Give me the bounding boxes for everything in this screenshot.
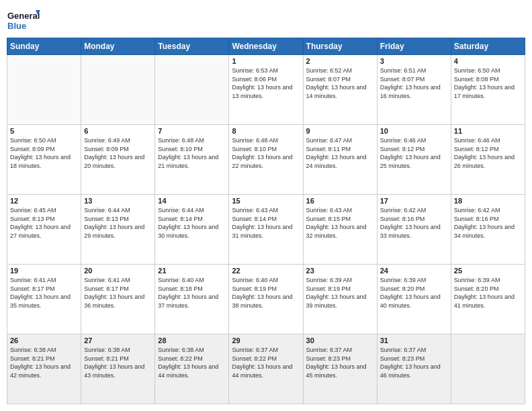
day-number: 21 — [158, 267, 226, 275]
calendar-cell: 18Sunrise: 6:42 AM Sunset: 8:16 PM Dayli… — [451, 195, 525, 265]
calendar-week-1: 1Sunrise: 6:53 AM Sunset: 8:06 PM Daylig… — [7, 55, 525, 125]
day-number: 9 — [306, 127, 374, 135]
calendar-cell: 27Sunrise: 6:38 AM Sunset: 8:21 PM Dayli… — [81, 334, 155, 404]
calendar-week-4: 19Sunrise: 6:41 AM Sunset: 8:17 PM Dayli… — [7, 265, 525, 334]
calendar-cell: 28Sunrise: 6:38 AM Sunset: 8:22 PM Dayli… — [155, 334, 229, 404]
day-number: 7 — [158, 127, 226, 135]
day-number: 13 — [84, 197, 152, 205]
column-header-saturday: Saturday — [451, 38, 525, 55]
logo: General Blue — [7, 7, 40, 34]
day-info: Sunrise: 6:44 AM Sunset: 8:13 PM Dayligh… — [84, 206, 152, 240]
day-number: 18 — [454, 197, 522, 205]
day-info: Sunrise: 6:44 AM Sunset: 8:14 PM Dayligh… — [158, 206, 226, 240]
calendar-cell: 29Sunrise: 6:37 AM Sunset: 8:22 PM Dayli… — [229, 334, 303, 404]
day-number: 12 — [10, 197, 78, 205]
calendar-cell: 14Sunrise: 6:44 AM Sunset: 8:14 PM Dayli… — [155, 195, 229, 265]
day-number: 19 — [10, 267, 78, 275]
day-info: Sunrise: 6:37 AM Sunset: 8:23 PM Dayligh… — [306, 346, 374, 379]
calendar-header-row: SundayMondayTuesdayWednesdayThursdayFrid… — [7, 38, 525, 55]
day-number: 30 — [306, 336, 374, 345]
day-number: 5 — [10, 127, 78, 135]
calendar-cell: 24Sunrise: 6:39 AM Sunset: 8:20 PM Dayli… — [377, 265, 451, 334]
day-info: Sunrise: 6:43 AM Sunset: 8:15 PM Dayligh… — [306, 206, 374, 240]
calendar-cell: 15Sunrise: 6:43 AM Sunset: 8:14 PM Dayli… — [229, 195, 303, 265]
day-number: 29 — [232, 336, 300, 345]
calendar-cell: 21Sunrise: 6:40 AM Sunset: 8:18 PM Dayli… — [155, 265, 229, 334]
calendar-cell — [81, 55, 155, 125]
day-number: 16 — [306, 197, 374, 205]
day-info: Sunrise: 6:42 AM Sunset: 8:16 PM Dayligh… — [454, 206, 522, 240]
calendar-cell: 26Sunrise: 6:38 AM Sunset: 8:21 PM Dayli… — [7, 334, 81, 404]
day-number: 22 — [232, 267, 300, 275]
day-info: Sunrise: 6:48 AM Sunset: 8:10 PM Dayligh… — [232, 136, 300, 170]
day-info: Sunrise: 6:49 AM Sunset: 8:09 PM Dayligh… — [84, 136, 152, 170]
calendar-cell: 2Sunrise: 6:52 AM Sunset: 8:07 PM Daylig… — [303, 55, 377, 125]
day-number: 23 — [306, 267, 374, 275]
day-info: Sunrise: 6:53 AM Sunset: 8:06 PM Dayligh… — [232, 66, 300, 100]
calendar-cell: 31Sunrise: 6:37 AM Sunset: 8:23 PM Dayli… — [377, 334, 451, 404]
calendar: SundayMondayTuesdayWednesdayThursdayFrid… — [7, 38, 525, 404]
calendar-cell: 8Sunrise: 6:48 AM Sunset: 8:10 PM Daylig… — [229, 125, 303, 195]
calendar-cell: 13Sunrise: 6:44 AM Sunset: 8:13 PM Dayli… — [81, 195, 155, 265]
column-header-wednesday: Wednesday — [229, 38, 303, 55]
day-number: 2 — [306, 57, 374, 65]
day-info: Sunrise: 6:40 AM Sunset: 8:19 PM Dayligh… — [232, 276, 300, 310]
day-info: Sunrise: 6:41 AM Sunset: 8:17 PM Dayligh… — [84, 276, 152, 310]
day-info: Sunrise: 6:48 AM Sunset: 8:10 PM Dayligh… — [158, 136, 226, 170]
day-number: 14 — [158, 197, 226, 205]
header: General Blue — [7, 7, 525, 34]
day-info: Sunrise: 6:46 AM Sunset: 8:12 PM Dayligh… — [380, 136, 448, 170]
day-info: Sunrise: 6:41 AM Sunset: 8:17 PM Dayligh… — [10, 276, 78, 310]
day-info: Sunrise: 6:39 AM Sunset: 8:19 PM Dayligh… — [306, 276, 374, 310]
day-number: 27 — [84, 336, 152, 345]
calendar-cell: 6Sunrise: 6:49 AM Sunset: 8:09 PM Daylig… — [81, 125, 155, 195]
day-number: 11 — [454, 127, 522, 135]
calendar-cell: 17Sunrise: 6:42 AM Sunset: 8:16 PM Dayli… — [377, 195, 451, 265]
calendar-cell: 25Sunrise: 6:39 AM Sunset: 8:20 PM Dayli… — [451, 265, 525, 334]
day-number: 26 — [10, 336, 78, 345]
calendar-cell: 4Sunrise: 6:50 AM Sunset: 8:08 PM Daylig… — [451, 55, 525, 125]
calendar-week-3: 12Sunrise: 6:45 AM Sunset: 8:13 PM Dayli… — [7, 195, 525, 265]
day-number: 25 — [454, 267, 522, 275]
day-number: 15 — [232, 197, 300, 205]
day-info: Sunrise: 6:50 AM Sunset: 8:08 PM Dayligh… — [454, 66, 522, 100]
day-info: Sunrise: 6:52 AM Sunset: 8:07 PM Dayligh… — [306, 66, 374, 100]
calendar-cell — [155, 55, 229, 125]
day-info: Sunrise: 6:38 AM Sunset: 8:21 PM Dayligh… — [84, 346, 152, 379]
day-number: 20 — [84, 267, 152, 275]
page: General Blue SundayMondayTuesdayWednesda… — [0, 0, 532, 411]
calendar-cell: 5Sunrise: 6:50 AM Sunset: 8:09 PM Daylig… — [7, 125, 81, 195]
svg-text:General: General — [7, 11, 40, 21]
column-header-monday: Monday — [81, 38, 155, 55]
day-info: Sunrise: 6:39 AM Sunset: 8:20 PM Dayligh… — [454, 276, 522, 310]
day-number: 1 — [232, 57, 300, 65]
calendar-cell — [451, 334, 525, 404]
calendar-cell: 19Sunrise: 6:41 AM Sunset: 8:17 PM Dayli… — [7, 265, 81, 334]
day-info: Sunrise: 6:43 AM Sunset: 8:14 PM Dayligh… — [232, 206, 300, 240]
day-number: 24 — [380, 267, 448, 275]
column-header-thursday: Thursday — [303, 38, 377, 55]
column-header-tuesday: Tuesday — [155, 38, 229, 55]
day-info: Sunrise: 6:39 AM Sunset: 8:20 PM Dayligh… — [380, 276, 448, 310]
day-info: Sunrise: 6:51 AM Sunset: 8:07 PM Dayligh… — [380, 66, 448, 100]
calendar-cell: 10Sunrise: 6:46 AM Sunset: 8:12 PM Dayli… — [377, 125, 451, 195]
logo-svg: General Blue — [7, 7, 40, 34]
day-number: 31 — [380, 336, 448, 345]
calendar-cell: 22Sunrise: 6:40 AM Sunset: 8:19 PM Dayli… — [229, 265, 303, 334]
calendar-cell: 20Sunrise: 6:41 AM Sunset: 8:17 PM Dayli… — [81, 265, 155, 334]
column-header-friday: Friday — [377, 38, 451, 55]
calendar-cell: 23Sunrise: 6:39 AM Sunset: 8:19 PM Dayli… — [303, 265, 377, 334]
calendar-cell: 9Sunrise: 6:47 AM Sunset: 8:11 PM Daylig… — [303, 125, 377, 195]
day-number: 10 — [380, 127, 448, 135]
day-info: Sunrise: 6:40 AM Sunset: 8:18 PM Dayligh… — [158, 276, 226, 310]
day-info: Sunrise: 6:47 AM Sunset: 8:11 PM Dayligh… — [306, 136, 374, 170]
day-info: Sunrise: 6:42 AM Sunset: 8:16 PM Dayligh… — [380, 206, 448, 240]
day-number: 8 — [232, 127, 300, 135]
svg-text:Blue: Blue — [7, 21, 26, 31]
day-info: Sunrise: 6:37 AM Sunset: 8:23 PM Dayligh… — [380, 346, 448, 379]
day-info: Sunrise: 6:45 AM Sunset: 8:13 PM Dayligh… — [10, 206, 78, 240]
calendar-cell — [7, 55, 81, 125]
day-info: Sunrise: 6:38 AM Sunset: 8:21 PM Dayligh… — [10, 346, 78, 379]
calendar-week-5: 26Sunrise: 6:38 AM Sunset: 8:21 PM Dayli… — [7, 334, 525, 404]
day-number: 17 — [380, 197, 448, 205]
